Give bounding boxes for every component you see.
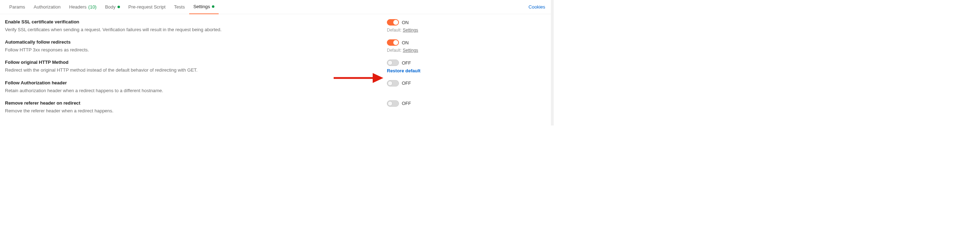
tab-tests[interactable]: Tests	[170, 0, 189, 14]
toggle-knob-icon	[388, 101, 393, 106]
setting-description: Redirect with the original HTTP method i…	[5, 67, 381, 73]
setting-title: Enable SSL certificate verification	[5, 19, 381, 24]
setting-toggle[interactable]	[387, 100, 399, 107]
setting-toggle[interactable]	[387, 39, 399, 46]
setting-description: Follow HTTP 3xx responses as redirects.	[5, 47, 381, 53]
setting-row: Follow Authorization headerRetain author…	[5, 80, 539, 94]
toggle-state-label: OFF	[402, 101, 411, 106]
setting-title: Follow Authorization header	[5, 80, 381, 85]
setting-row: Automatically follow redirectsFollow HTT…	[5, 39, 539, 53]
setting-description: Retain authorization header when a redir…	[5, 88, 381, 94]
toggle-knob-icon	[393, 20, 398, 25]
setting-row: Enable SSL certificate verificationVerif…	[5, 19, 539, 33]
toggle-knob-icon	[393, 40, 398, 45]
toggle-knob-icon	[388, 60, 393, 65]
toggle-state-label: OFF	[402, 81, 411, 86]
restore-default-link[interactable]: Restore default	[387, 68, 488, 73]
tab-prerequest[interactable]: Pre-request Script	[124, 0, 170, 14]
dot-indicator-icon	[118, 6, 120, 8]
setting-title: Follow original HTTP Method	[5, 60, 381, 65]
default-hint: Default: Settings	[387, 28, 488, 33]
setting-title: Automatically follow redirects	[5, 39, 381, 45]
setting-row: Remove referer header on redirectRemove …	[5, 100, 539, 114]
setting-toggle[interactable]	[387, 19, 399, 25]
request-tabs: Params Authorization Headers(10) Body Pr…	[0, 0, 554, 14]
cookies-link[interactable]: Cookies	[528, 4, 549, 9]
default-hint: Default: Settings	[387, 48, 488, 53]
default-settings-link[interactable]: Settings	[403, 48, 418, 53]
toggle-state-label: ON	[402, 20, 409, 25]
setting-description: Verify SSL certificates when sending a r…	[5, 27, 381, 33]
setting-row: Follow original HTTP MethodRedirect with…	[5, 60, 539, 73]
toggle-knob-icon	[388, 81, 393, 86]
default-settings-link[interactable]: Settings	[403, 28, 418, 33]
setting-description: Remove the referer header when a redirec…	[5, 108, 381, 114]
toggle-state-label: OFF	[402, 60, 411, 66]
setting-title: Remove referer header on redirect	[5, 100, 381, 106]
tab-body[interactable]: Body	[101, 0, 124, 14]
tab-authorization[interactable]: Authorization	[29, 0, 65, 14]
tab-settings[interactable]: Settings	[189, 0, 219, 14]
tab-headers[interactable]: Headers(10)	[65, 0, 101, 14]
setting-toggle[interactable]	[387, 80, 399, 87]
dot-indicator-icon	[212, 5, 215, 8]
settings-panel: Enable SSL certificate verificationVerif…	[0, 14, 547, 125]
setting-toggle[interactable]	[387, 60, 399, 66]
toggle-state-label: ON	[402, 40, 409, 45]
scrollbar-track[interactable]	[551, 0, 554, 125]
tab-params[interactable]: Params	[5, 0, 29, 14]
headers-count: (10)	[88, 4, 97, 9]
